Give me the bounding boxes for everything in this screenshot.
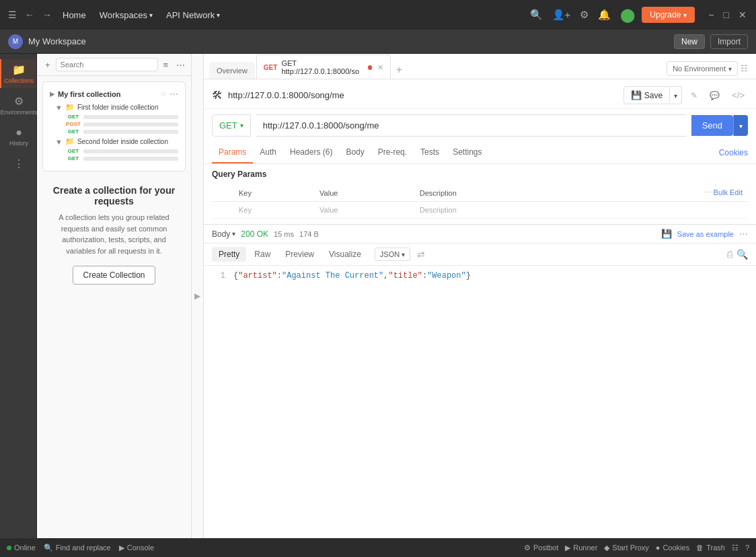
format-selector[interactable]: JSON ▾ — [375, 248, 410, 261]
key-placeholder[interactable]: Key — [233, 202, 314, 219]
new-button[interactable]: New — [674, 34, 705, 49]
save-dropdown-button[interactable]: ▾ — [670, 86, 682, 104]
response-body-tab[interactable]: Body ▾ — [212, 229, 235, 239]
code-view-button[interactable]: </> — [728, 87, 748, 104]
upgrade-chevron-icon: ▾ — [683, 11, 687, 19]
home-link[interactable]: Home — [57, 7, 91, 23]
cookies-link[interactable]: Cookies — [719, 148, 748, 157]
create-collection-button[interactable]: Create Collection — [73, 266, 155, 285]
more-options-icon[interactable]: ⋯ — [174, 59, 188, 71]
upgrade-button[interactable]: Upgrade ▾ — [642, 7, 695, 23]
avatar-icon[interactable]: ⬤ — [617, 4, 638, 26]
back-button[interactable]: ← — [22, 7, 37, 23]
tab-headers[interactable]: Headers (6) — [283, 142, 339, 163]
layout-icon[interactable]: ☷ — [738, 61, 751, 76]
tab-close-icon[interactable]: ✕ — [377, 63, 383, 72]
copy-response-button[interactable]: ⎙ — [724, 246, 735, 262]
import-button[interactable]: Import — [710, 34, 748, 49]
tab-tests[interactable]: Tests — [414, 142, 446, 163]
sidebar-item-environments[interactable]: ⚙ Environments — [0, 91, 36, 120]
close-button[interactable]: ✕ — [734, 7, 751, 23]
start-proxy-button[interactable]: ◆ Start Proxy — [604, 544, 648, 552]
bulk-edit-button[interactable]: Bulk Edit — [714, 188, 743, 196]
main-content: Overview GET GET http://127.0.0.1:8000/s… — [204, 54, 756, 538]
collection-preview: ▶ My first collection ☆ ⋯ ▼ 📁 First fold… — [42, 81, 186, 172]
tab-body[interactable]: Body — [339, 142, 371, 163]
help-button[interactable]: ? — [745, 544, 749, 552]
maximize-button[interactable]: □ — [720, 7, 733, 23]
notifications-icon[interactable]: 🔔 — [595, 6, 613, 24]
save-button[interactable]: 💾 Save — [623, 86, 670, 104]
sidebar-icons: 📁 Collections ⚙ Environments ● History ⋮ — [0, 54, 37, 538]
trash-button[interactable]: 🗑 Trash — [696, 544, 725, 552]
workspaces-menu[interactable]: Workspaces ▾ — [94, 7, 158, 23]
find-replace-icon: 🔍 — [44, 544, 53, 552]
collections-content: ▶ My first collection ☆ ⋯ ▼ 📁 First fold… — [37, 76, 191, 538]
preview-tab[interactable]: Preview — [278, 247, 321, 262]
tab-overview[interactable]: Overview — [209, 62, 255, 79]
main-area: 📁 Collections ⚙ Environments ● History ⋮… — [0, 54, 756, 538]
api-network-menu[interactable]: API Network ▾ — [161, 7, 225, 23]
value-placeholder[interactable]: Value — [314, 202, 414, 219]
environment-selector[interactable]: No Environment ▾ — [667, 61, 738, 76]
runner-button[interactable]: ▶ Runner — [565, 544, 597, 552]
collection-more-icon[interactable]: ⋯ — [169, 89, 178, 99]
grid-icon-button[interactable]: ☷ — [732, 544, 739, 552]
method-selector[interactable]: GET ▾ — [212, 114, 251, 137]
desc-header: Description — [414, 184, 578, 202]
tab-auth[interactable]: Auth — [253, 142, 283, 163]
word-wrap-icon[interactable]: ⇄ — [414, 246, 428, 262]
tab-settings[interactable]: Settings — [446, 142, 488, 163]
response-section: Body ▾ 200 OK 15 ms 174 B 💾 Save as exam… — [204, 224, 756, 538]
minimize-button[interactable]: − — [704, 7, 718, 23]
send-dropdown-button[interactable]: ▾ — [733, 115, 748, 136]
add-tab-button[interactable]: + — [392, 61, 406, 79]
search-response-button[interactable]: 🔍 — [736, 249, 748, 260]
sidebar-item-history[interactable]: ● History — [0, 122, 36, 151]
visualize-tab[interactable]: Visualize — [322, 247, 368, 262]
tab-params[interactable]: Params — [212, 142, 253, 163]
history-icon: ● — [15, 126, 22, 139]
request-bar-3 — [83, 130, 178, 134]
line-number: 1 — [212, 271, 225, 281]
console-button[interactable]: ▶ Console — [119, 544, 154, 552]
add-collection-button[interactable]: + — [42, 59, 53, 71]
tab-pre-req[interactable]: Pre-req. — [371, 142, 414, 163]
params-more-icon[interactable]: ⋯ — [704, 188, 712, 196]
folder-chevron-icon: ▼ — [55, 104, 63, 112]
desc-placeholder[interactable]: Description — [414, 202, 578, 219]
postbot-button[interactable]: ⚙ Postbot — [524, 544, 558, 552]
sort-icon[interactable]: ≡ — [161, 59, 172, 71]
forward-button[interactable]: → — [40, 7, 54, 23]
online-status: Online — [7, 544, 36, 552]
find-replace-button[interactable]: 🔍 Find and replace — [44, 544, 111, 552]
save-as-example-button[interactable]: Save as example — [677, 230, 734, 238]
url-input[interactable] — [256, 114, 686, 137]
raw-tab[interactable]: Raw — [248, 247, 277, 262]
request-bar-4 — [83, 149, 178, 153]
cookies-button[interactable]: ● Cookies — [656, 544, 689, 552]
online-dot — [7, 546, 11, 550]
api-network-chevron-icon: ▾ — [217, 11, 220, 19]
collections-search-input[interactable] — [56, 58, 158, 71]
pretty-tab[interactable]: Pretty — [212, 247, 246, 262]
settings-icon[interactable]: ⚙ — [577, 6, 591, 24]
folder-icon-2: 📁 — [65, 137, 75, 146]
create-collection-desc: A collection lets you group related requ… — [48, 212, 180, 256]
star-icon[interactable]: ☆ — [160, 89, 167, 98]
tab-active-request[interactable]: GET GET http://127.0.0.1:8000/so ✕ — [256, 54, 391, 79]
response-more-icon[interactable]: ⋯ — [739, 229, 748, 239]
sidebar-item-collections[interactable]: 📁 Collections — [0, 59, 36, 88]
invite-icon[interactable]: 👤+ — [550, 6, 574, 24]
hamburger-icon[interactable]: ☰ — [5, 7, 20, 23]
sidebar-item-more[interactable]: ⋮ — [0, 153, 36, 174]
search-icon[interactable]: 🔍 — [527, 6, 545, 24]
collapse-arrow-icon[interactable]: ▶ — [192, 289, 203, 303]
response-body-tabs: Pretty Raw Preview Visualize JSON ▾ ⇄ ⎙ … — [204, 244, 756, 266]
comment-button[interactable]: 💬 — [706, 87, 723, 104]
send-button[interactable]: Send — [691, 115, 733, 136]
save-icon: 💾 — [631, 90, 642, 100]
method-chevron-icon: ▾ — [240, 122, 243, 129]
edit-button[interactable]: ✎ — [687, 87, 701, 104]
save-button-group: 💾 Save ▾ — [623, 86, 682, 104]
